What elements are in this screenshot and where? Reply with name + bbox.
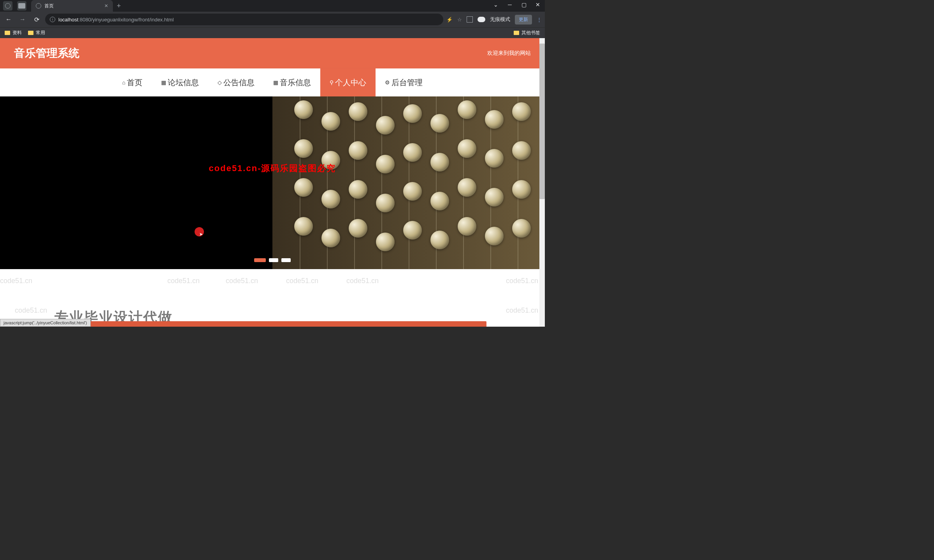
watermark: code51.cn xyxy=(167,277,200,285)
watermark: code51.cn xyxy=(226,277,258,285)
bookmark-folder-1[interactable]: 资料 xyxy=(5,30,22,36)
close-window-button[interactable]: ✕ xyxy=(534,2,542,8)
update-button[interactable]: 更新 xyxy=(515,15,532,24)
watermark: code51.cn xyxy=(286,277,318,285)
site-info-icon[interactable]: i xyxy=(50,17,55,22)
folder-icon xyxy=(514,31,519,35)
other-bookmarks[interactable]: 其他书签 xyxy=(514,30,540,36)
browser-tab-active[interactable]: 首页 ✕ xyxy=(31,0,113,12)
nav-menu: ⌂首页 ▦论坛信息 ◇公告信息 ▦音乐信息 ⚲个人中心 ⚙后台管理 xyxy=(0,68,545,96)
link-icon: ⚙ xyxy=(385,79,390,86)
carousel-indicators xyxy=(254,258,291,262)
banner-watermark: code51.cn-源码乐园盗图必究 xyxy=(209,163,336,174)
diamond-icon: ◇ xyxy=(218,79,222,86)
grid-icon: ▦ xyxy=(273,79,278,86)
watermark: code51.cn xyxy=(0,277,32,285)
user-icon: ⚲ xyxy=(330,79,334,86)
grid-icon: ▦ xyxy=(161,79,166,86)
watermark: code51.cn xyxy=(15,306,47,315)
nav-personal[interactable]: ⚲个人中心 xyxy=(320,68,376,96)
indicator-1[interactable] xyxy=(254,258,266,262)
indicator-3[interactable] xyxy=(281,258,291,262)
forward-button[interactable]: → xyxy=(17,16,28,23)
site-header: 音乐管理系统 欢迎来到我的网站 xyxy=(0,38,545,68)
watermark: code51.cn xyxy=(506,306,538,315)
breadcrumb-location: 您现在的位置：音乐收藏 xyxy=(420,326,480,327)
reload-button[interactable]: ⟳ xyxy=(31,16,42,23)
cursor-arrow-icon: ➤ xyxy=(199,232,203,237)
bookmark-folder-2[interactable]: 常用 xyxy=(28,30,45,36)
status-bar: javascript:jump('../yinyueCollection/lis… xyxy=(0,319,91,327)
page-content: code51.cn code51.cn code51.cn code51.cn … xyxy=(0,38,545,327)
nav-home[interactable]: ⌂首页 xyxy=(113,68,152,96)
hero-image xyxy=(272,96,545,269)
welcome-text: 欢迎来到我的网站 xyxy=(487,50,531,57)
incognito-label: 无痕模式 xyxy=(490,16,510,23)
app-icon[interactable] xyxy=(3,1,12,10)
bookmark-bar: 资料 常用 其他书签 xyxy=(0,27,545,38)
nav-announce[interactable]: ◇公告信息 xyxy=(208,68,264,96)
watermark: code51.cn xyxy=(346,277,379,285)
nav-forum[interactable]: ▦论坛信息 xyxy=(152,68,208,96)
menu-button[interactable]: ⋮ xyxy=(537,17,542,23)
carousel: code51.cn-源码乐园盗图必究 ➤ xyxy=(0,96,545,269)
new-tab-button[interactable]: + xyxy=(117,2,121,10)
incognito-icon xyxy=(478,17,485,22)
extensions-icon[interactable] xyxy=(467,16,473,23)
chevron-down-icon[interactable]: ⌄ xyxy=(492,2,500,8)
tab-overview[interactable] xyxy=(17,1,26,10)
tab-bar: 首页 ✕ + ⌄ ─ ▢ ✕ xyxy=(0,0,545,12)
bookmark-star-icon[interactable]: ☆ xyxy=(457,17,462,23)
nav-admin[interactable]: ⚙后台管理 xyxy=(376,68,432,96)
site-title: 音乐管理系统 xyxy=(14,46,79,61)
home-icon: ⌂ xyxy=(122,79,125,86)
nav-music[interactable]: ▦音乐信息 xyxy=(264,68,320,96)
close-tab-icon[interactable]: ✕ xyxy=(104,3,108,9)
url-input[interactable]: i localhost:8080/yinyueguanlixitongw/fro… xyxy=(45,14,443,25)
maximize-button[interactable]: ▢ xyxy=(520,2,528,8)
browser-chrome: 首页 ✕ + ⌄ ─ ▢ ✕ ← → ⟳ i localhost:8080/yi… xyxy=(0,0,545,38)
folder-icon xyxy=(5,31,10,35)
folder-icon xyxy=(28,31,33,35)
translate-icon[interactable]: ⚡ xyxy=(446,17,453,23)
tab-title: 首页 xyxy=(44,3,54,9)
watermark: code51.cn xyxy=(506,277,538,285)
scrollbar[interactable] xyxy=(539,38,545,327)
back-button[interactable]: ← xyxy=(3,16,14,23)
globe-icon xyxy=(36,3,41,9)
url-text: localhost:8080/yinyueguanlixitongw/front… xyxy=(58,17,174,23)
address-bar: ← → ⟳ i localhost:8080/yinyueguanlixiton… xyxy=(0,12,545,27)
content-box: 音乐收藏 您现在的位置：音乐收藏 音乐编号 音乐名称 音乐类型 请选择 搜索 xyxy=(51,321,486,327)
scroll-thumb[interactable] xyxy=(539,44,545,199)
indicator-2[interactable] xyxy=(269,258,278,262)
minimize-button[interactable]: ─ xyxy=(506,2,514,8)
breadcrumb-bar: 音乐收藏 您现在的位置：音乐收藏 xyxy=(51,321,486,327)
window-controls: ⌄ ─ ▢ ✕ xyxy=(492,2,542,8)
